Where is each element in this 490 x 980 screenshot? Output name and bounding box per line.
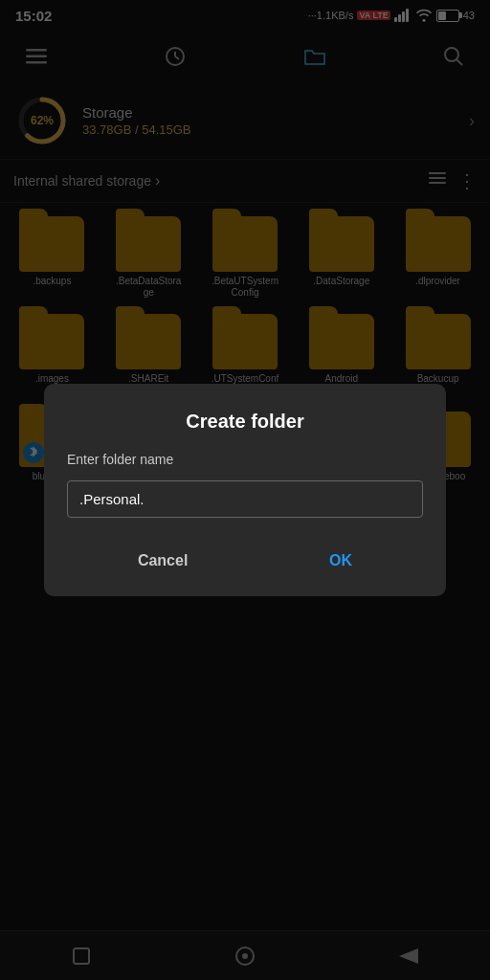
modal-title: Create folder: [67, 411, 423, 433]
create-folder-dialog: Create folder Enter folder name Cancel O…: [44, 384, 446, 596]
ok-button[interactable]: OK: [310, 545, 371, 577]
cancel-button[interactable]: Cancel: [119, 545, 207, 577]
modal-label: Enter folder name: [67, 452, 423, 467]
modal-actions: Cancel OK: [67, 545, 423, 577]
folder-name-input[interactable]: [67, 480, 423, 518]
modal-overlay: Create folder Enter folder name Cancel O…: [0, 0, 490, 980]
